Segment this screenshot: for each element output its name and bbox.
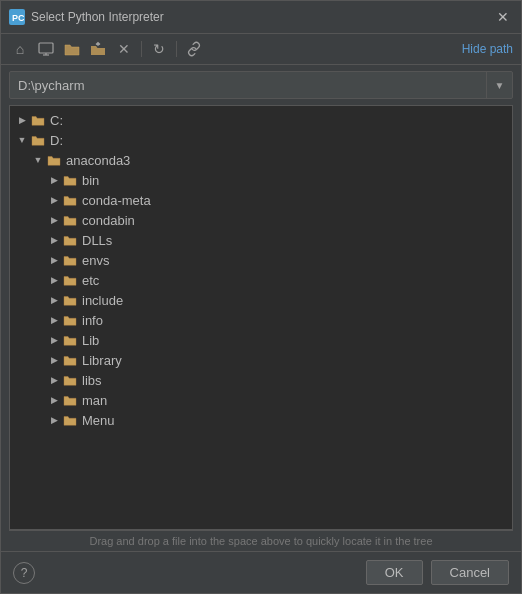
toolbar: ⌂ ✕ ↻ (1, 34, 521, 65)
tree-arrow-icon: ▶ (46, 212, 62, 228)
tree-arrow-icon: ▼ (30, 152, 46, 168)
tree-item[interactable]: ▶ include (10, 290, 512, 310)
svg-text:PC: PC (12, 13, 24, 23)
tree-item-label: conda-meta (82, 193, 151, 208)
folder-icon (62, 412, 78, 428)
folder-icon (62, 232, 78, 248)
title-bar: PC Select Python Interpreter ✕ (1, 1, 521, 34)
tree-arrow-icon: ▶ (46, 192, 62, 208)
folder-icon (62, 312, 78, 328)
tree-item-label: include (82, 293, 123, 308)
tree-arrow-icon: ▶ (46, 392, 62, 408)
tree-item-label: libs (82, 373, 102, 388)
tree-item[interactable]: ▼ D: (10, 130, 512, 150)
tree-item-label: etc (82, 273, 99, 288)
tree-arrow-icon: ▶ (46, 252, 62, 268)
folder-icon (62, 172, 78, 188)
refresh-button[interactable]: ↻ (148, 38, 170, 60)
link-button[interactable] (183, 38, 205, 60)
dialog-title: Select Python Interpreter (31, 10, 487, 24)
tree-item[interactable]: ▶ Library (10, 350, 512, 370)
tree-item-label: Menu (82, 413, 115, 428)
tree-item[interactable]: ▶ info (10, 310, 512, 330)
tree-item-label: condabin (82, 213, 135, 228)
help-button[interactable]: ? (13, 562, 35, 584)
tree-item[interactable]: ▶ DLLs (10, 230, 512, 250)
tree-arrow-icon: ▶ (46, 412, 62, 428)
folder-icon (62, 252, 78, 268)
tree-item[interactable]: ▶ condabin (10, 210, 512, 230)
drag-hint: Drag and drop a file into the space abov… (9, 530, 513, 551)
folder-up-button[interactable] (87, 38, 109, 60)
hide-path-link[interactable]: Hide path (462, 42, 513, 56)
svg-rect-2 (39, 43, 53, 53)
tree-item-label: info (82, 313, 103, 328)
tree-item[interactable]: ▶ bin (10, 170, 512, 190)
tree-item[interactable]: ▶ conda-meta (10, 190, 512, 210)
folder-icon (62, 352, 78, 368)
cancel-button[interactable]: Cancel (431, 560, 509, 585)
file-tree[interactable]: ▶ C:▼ D:▼ anaconda3▶ bin▶ conda-meta▶ co… (9, 105, 513, 530)
folder-icon (62, 272, 78, 288)
folder-icon (62, 372, 78, 388)
tree-item-label: bin (82, 173, 99, 188)
tree-item[interactable]: ▶ envs (10, 250, 512, 270)
folder-icon (46, 152, 62, 168)
tree-item-label: anaconda3 (66, 153, 130, 168)
tree-item-label: man (82, 393, 107, 408)
dialog-icon: PC (9, 9, 25, 25)
tree-item[interactable]: ▶ Lib (10, 330, 512, 350)
tree-arrow-icon: ▶ (46, 272, 62, 288)
tree-item[interactable]: ▶ C: (10, 110, 512, 130)
folder-icon (30, 112, 46, 128)
folder-icon (62, 292, 78, 308)
folder-icon (62, 212, 78, 228)
tree-item-label: C: (50, 113, 63, 128)
tree-arrow-icon: ▶ (46, 232, 62, 248)
tree-arrow-icon: ▶ (46, 312, 62, 328)
tree-item-label: Library (82, 353, 122, 368)
tree-arrow-icon: ▶ (46, 352, 62, 368)
tree-item-label: Lib (82, 333, 99, 348)
delete-button[interactable]: ✕ (113, 38, 135, 60)
tree-item[interactable]: ▶ etc (10, 270, 512, 290)
tree-arrow-icon: ▶ (46, 372, 62, 388)
path-bar: ▼ (9, 71, 513, 99)
tree-arrow-icon: ▼ (14, 132, 30, 148)
footer: ? OK Cancel (1, 551, 521, 593)
tree-item-label: D: (50, 133, 63, 148)
folder-icon (30, 132, 46, 148)
tree-arrow-icon: ▶ (46, 332, 62, 348)
tree-arrow-icon: ▶ (46, 292, 62, 308)
tree-item[interactable]: ▼ anaconda3 (10, 150, 512, 170)
folder-icon (62, 332, 78, 348)
path-input[interactable] (10, 74, 486, 97)
path-dropdown-button[interactable]: ▼ (486, 72, 512, 98)
folder-button[interactable] (61, 38, 83, 60)
tree-arrow-icon: ▶ (46, 172, 62, 188)
close-button[interactable]: ✕ (493, 7, 513, 27)
tree-item[interactable]: ▶ Menu (10, 410, 512, 430)
ok-button[interactable]: OK (366, 560, 423, 585)
tree-item[interactable]: ▶ man (10, 390, 512, 410)
monitor-button[interactable] (35, 38, 57, 60)
dialog: PC Select Python Interpreter ✕ ⌂ (0, 0, 522, 594)
tree-item[interactable]: ▶ libs (10, 370, 512, 390)
toolbar-separator-2 (176, 41, 177, 57)
tree-item-label: envs (82, 253, 109, 268)
toolbar-separator (141, 41, 142, 57)
home-button[interactable]: ⌂ (9, 38, 31, 60)
folder-icon (62, 392, 78, 408)
tree-item-label: DLLs (82, 233, 112, 248)
tree-arrow-icon: ▶ (14, 112, 30, 128)
folder-icon (62, 192, 78, 208)
